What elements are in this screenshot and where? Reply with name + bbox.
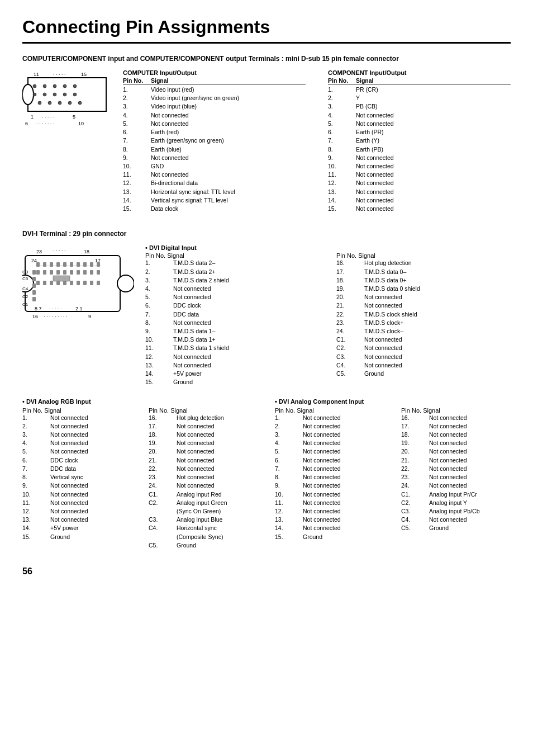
svg-rect-41 (50, 262, 53, 267)
svg-rect-53 (63, 270, 66, 275)
svg-point-5 (43, 84, 46, 88)
pin-row: 19.T.M.D.S data 0 shield (336, 285, 511, 293)
pin-row: C5.Ground (149, 541, 258, 550)
pin-row: 15.Ground (145, 378, 320, 386)
pin-row: 22.Not connected (149, 465, 258, 473)
pin-row: 1.Not connected (275, 414, 384, 422)
pin-row: 3.Video input (blue) (123, 102, 306, 111)
pin-row: 24.Not connected (149, 481, 258, 490)
pin-row: 15.Ground (275, 533, 384, 541)
computer-col-pin: Pin No. (123, 77, 151, 84)
dvi-analog-rgb-right: Pin No. Signal 16.Hot plug detection17.N… (149, 407, 258, 550)
pin-row: 10.GND (123, 162, 306, 171)
pin-row: 20.Not connected (336, 293, 511, 301)
pin-row: 17.T.M.D.S data 0– (336, 268, 511, 276)
pin-row: 14.+5V power (145, 370, 320, 378)
pin-row: 1.PR (CR) (328, 86, 511, 94)
svg-rect-55 (77, 270, 80, 275)
pin-row: 8.Earth (blue) (123, 145, 306, 154)
pin-row: 3.PB (CB) (328, 102, 511, 111)
pin-row: 7.Earth (Y) (328, 136, 511, 145)
pin-row: 2.Video input (green/sync on green) (123, 94, 306, 102)
pin-row: 9.Not connected (275, 481, 384, 490)
svg-point-9 (33, 93, 36, 96)
svg-rect-73 (32, 290, 36, 295)
pin-row: C4.Not connected (401, 516, 511, 524)
svg-text:C4: C4 (22, 286, 28, 291)
pin-row: 11.Not connected (22, 499, 132, 507)
svg-point-17 (68, 101, 72, 105)
svg-rect-74 (32, 297, 36, 301)
svg-point-6 (53, 84, 56, 88)
svg-rect-50 (43, 270, 46, 275)
pin-row: 4.Not connected (123, 111, 306, 120)
dvi-analog-rgb-left: Pin No. Signal 1.Not connected2.Not conn… (22, 407, 132, 550)
pin-row: 19.Not connected (149, 439, 258, 447)
svg-rect-66 (77, 281, 80, 285)
svg-rect-43 (63, 262, 66, 267)
computer-pin-rows: 1.Video input (red)2.Video input (green/… (123, 86, 306, 213)
svg-text:23: 23 (36, 249, 42, 254)
pin-row: 16.Hot plug detection (336, 259, 511, 267)
pin-row: C1.Not connected (336, 336, 511, 344)
pin-row: 8.Not connected (275, 473, 384, 481)
svg-rect-62 (50, 281, 53, 285)
svg-point-8 (73, 84, 77, 88)
svg-rect-54 (70, 270, 73, 275)
pin-row: 18.Not connected (149, 431, 258, 439)
pin-row: 11.Not connected (328, 171, 511, 179)
pin-row: 14.+5V power (22, 524, 132, 532)
pin-row: 5.Not connected (275, 447, 384, 456)
svg-rect-44 (70, 262, 73, 267)
svg-text:C2: C2 (22, 294, 28, 299)
svg-point-27 (117, 275, 134, 292)
pin-row: 7.DDC data (22, 465, 132, 473)
svg-point-4 (33, 84, 36, 88)
svg-rect-70 (32, 270, 36, 275)
pin-row: 6.DDC clock (22, 456, 132, 465)
dvi-digital-right: Pin No. Signal 16.Hot plug detection17.T… (336, 252, 511, 386)
pin-row: 12.Not connected (145, 353, 320, 361)
pin-row: 21.Not connected (401, 456, 511, 465)
pin-row: 12.Not connected (328, 179, 511, 187)
svg-rect-47 (90, 262, 93, 267)
svg-rect-61 (43, 281, 46, 285)
svg-rect-63 (56, 281, 60, 285)
pin-row: 17.Not connected (149, 422, 258, 431)
component-pin-rows: 1.PR (CR)2.Y3.PB (CB)4.Not connected5.No… (328, 86, 511, 213)
svg-rect-45 (77, 262, 80, 267)
pin-row: 1.Video input (red) (123, 86, 306, 94)
page-number: 56 (22, 566, 511, 577)
svg-text:16: 16 (32, 314, 38, 319)
pin-row: 10.T.M.D.S data 1+ (145, 336, 320, 344)
pin-row: 10.Not connected (22, 490, 132, 499)
pin-row: C1.Analog input Pr/Cr (401, 490, 511, 499)
svg-text:15: 15 (81, 72, 87, 77)
component-col-pin: Pin No. (328, 77, 356, 84)
dvi-connector-diagram: 23 · · · · · 18 24 17 C3 C5 C4 C2 C1 (22, 244, 134, 341)
svg-text:C1: C1 (22, 302, 28, 307)
component-col-sig: Signal (356, 77, 511, 84)
svg-text:C3: C3 (22, 270, 28, 275)
svg-rect-69 (97, 281, 100, 285)
pin-row: 9.Not connected (22, 481, 132, 490)
pin-row: C5.Ground (336, 370, 511, 378)
svg-point-12 (63, 93, 66, 96)
computer-col-sig: Signal (151, 77, 306, 84)
pin-row: 7.Earth (green/sync on green) (123, 136, 306, 145)
pin-row: 11.Not connected (275, 499, 384, 507)
svg-text:24: 24 (31, 258, 37, 263)
pin-row: 5.Not connected (123, 120, 306, 128)
svg-rect-68 (90, 281, 93, 285)
pin-row: 18.T.M.D.S data 0+ (336, 276, 511, 285)
svg-text:9: 9 (88, 314, 91, 319)
pin-row: C2.Analog input Y (401, 499, 511, 507)
svg-point-11 (53, 93, 56, 96)
computer-pin-table: COMPUTER Input/Output Pin No. Signal 1.V… (123, 69, 306, 213)
pin-row: 5.Not connected (328, 120, 511, 128)
svg-text:· · · · ·: · · · · · (53, 72, 66, 77)
svg-text:2  1: 2 1 (75, 306, 83, 311)
svg-point-16 (58, 101, 61, 105)
pin-row: 6.Not connected (275, 456, 384, 465)
cc-heading: COMPUTER/COMPONENT input and COMPUTER/CO… (22, 55, 511, 63)
